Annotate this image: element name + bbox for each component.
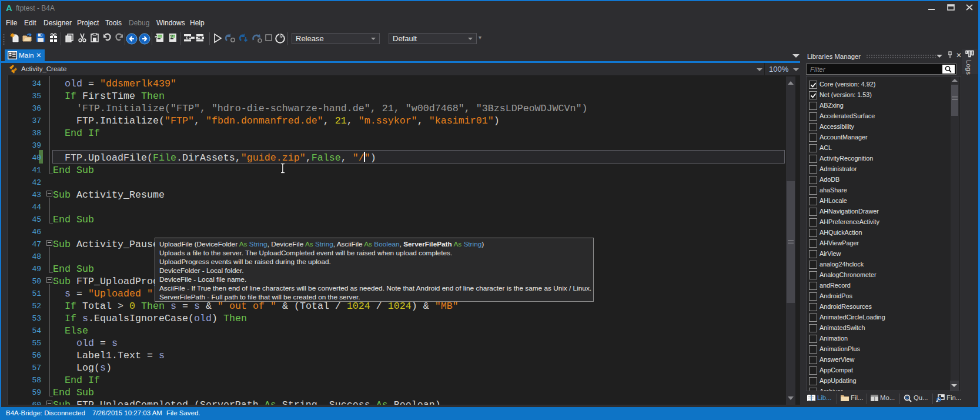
- svg-text:?: ?: [170, 34, 173, 39]
